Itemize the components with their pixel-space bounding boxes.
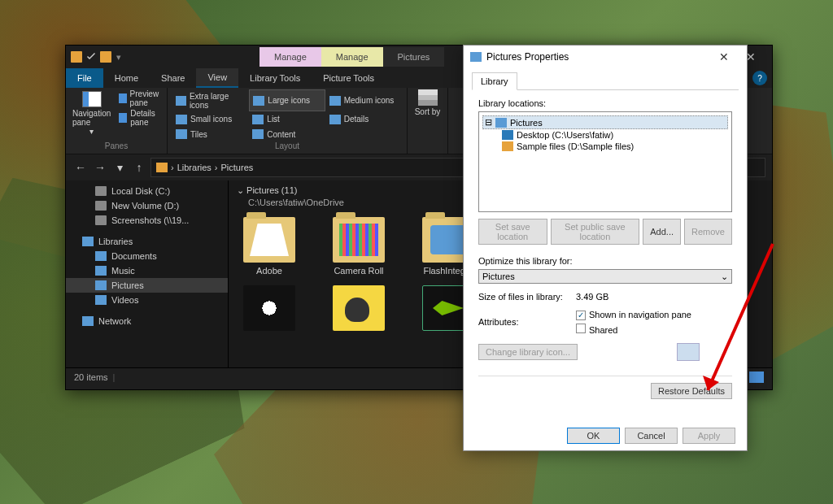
details-pane-icon: [119, 113, 127, 123]
add-location-button[interactable]: Add...: [643, 219, 681, 245]
layout-content[interactable]: Content: [249, 128, 325, 141]
contextual-tab-picture[interactable]: Manage: [321, 47, 383, 67]
set-save-location-button[interactable]: Set save location: [478, 219, 547, 245]
checkbox-label: Shown in navigation pane: [589, 310, 691, 319]
locations-label: Library locations:: [478, 98, 732, 108]
navigation-pane-label: Navigation pane: [72, 109, 111, 127]
dialog-close-button[interactable]: ✕: [708, 50, 740, 63]
folder-icon: [243, 217, 295, 263]
image-file[interactable]: [326, 285, 391, 334]
layout-details[interactable]: Details: [326, 112, 402, 126]
layout-tiles[interactable]: Tiles: [172, 128, 248, 141]
sidebar-item-libraries[interactable]: Libraries: [66, 234, 228, 249]
folder-icon: [333, 217, 385, 263]
view-mode-button[interactable]: [749, 371, 764, 383]
sidebar-label: Screenshots (\\19...: [111, 215, 189, 225]
tree-item-sample-files[interactable]: Sample files (D:\Sample files): [482, 141, 728, 152]
shown-in-nav-checkbox[interactable]: ✓Shown in navigation pane: [576, 310, 691, 320]
forward-button[interactable]: →: [92, 161, 108, 174]
dialog-titlebar[interactable]: Pictures Properties ✕: [464, 46, 747, 68]
change-library-icon-button[interactable]: Change library icon...: [478, 344, 578, 360]
tree-label: Desktop (C:\Users\fatiw): [517, 130, 613, 140]
layout-group-label: Layout: [172, 141, 402, 152]
menu-view[interactable]: View: [196, 68, 238, 88]
navigation-pane-button[interactable]: Navigation pane ▾: [71, 89, 112, 141]
layout-icon: [176, 96, 186, 106]
size-value: 3.49 GB: [576, 292, 608, 302]
history-dropdown[interactable]: ▾: [111, 161, 128, 174]
sidebar-item-pictures[interactable]: Pictures: [66, 278, 228, 293]
up-button[interactable]: ↑: [131, 161, 147, 174]
contextual-tabs: Manage Manage Pictures: [259, 47, 444, 67]
sidebar-label: Videos: [111, 295, 138, 305]
remove-location-button[interactable]: Remove: [684, 219, 732, 245]
disk-icon: [95, 201, 107, 211]
breadcrumb-pictures[interactable]: Pictures: [221, 163, 254, 172]
sidebar-label: Pictures: [111, 280, 144, 290]
file-label: Adobe: [256, 266, 282, 276]
set-public-save-location-button[interactable]: Set public save location: [551, 219, 640, 245]
sidebar-item-documents[interactable]: Documents: [66, 249, 228, 263]
chevron-right-icon[interactable]: ›: [215, 163, 218, 172]
locations-tree[interactable]: ⊟Pictures Desktop (C:\Users\fatiw) Sampl…: [478, 111, 732, 212]
details-pane-button[interactable]: Details pane: [119, 109, 163, 127]
layout-label: Tiles: [190, 130, 207, 139]
file-label: Camera Roll: [334, 266, 383, 276]
expand-icon[interactable]: ⊟: [485, 117, 492, 128]
videos-icon: [95, 295, 107, 305]
chevron-right-icon[interactable]: ›: [171, 163, 174, 172]
sidebar-item-screenshots[interactable]: Screenshots (\\19...: [66, 213, 228, 228]
restore-defaults-button[interactable]: Restore Defaults: [651, 383, 732, 399]
desktop-icon: [502, 130, 513, 140]
qat-dropdown-icon[interactable]: ▾: [116, 52, 121, 63]
back-button[interactable]: ←: [72, 161, 89, 174]
tree-item-desktop[interactable]: Desktop (C:\Users\fatiw): [482, 129, 728, 141]
pictures-library-icon: [495, 118, 507, 128]
layout-list[interactable]: List: [249, 112, 325, 126]
library-icon: [82, 237, 94, 246]
checkbox-icon: [576, 324, 586, 333]
breadcrumb-libraries[interactable]: Libraries: [177, 163, 212, 172]
ok-button[interactable]: OK: [567, 428, 620, 444]
menu-picture-tools[interactable]: Picture Tools: [312, 68, 386, 88]
tab-library[interactable]: Library: [472, 72, 517, 90]
layout-extra-large[interactable]: Extra large icons: [172, 89, 248, 111]
layout-medium[interactable]: Medium icons: [326, 89, 402, 111]
layout-large[interactable]: Large icons: [249, 89, 325, 111]
layout-icon: [329, 96, 341, 106]
sidebar-label: Libraries: [98, 237, 133, 246]
sidebar-item-network[interactable]: Network: [66, 314, 228, 328]
cancel-button[interactable]: Cancel: [625, 428, 678, 444]
sidebar-item-new-volume[interactable]: New Volume (D:): [66, 198, 228, 213]
layout-small[interactable]: Small icons: [172, 112, 248, 126]
size-label: Size of files in library:: [478, 292, 568, 302]
sort-icon: [418, 89, 438, 106]
chevron-down-icon: ▾: [89, 127, 94, 136]
preview-pane-button[interactable]: Preview pane: [119, 89, 163, 107]
folder-adobe[interactable]: Adobe: [237, 217, 302, 276]
navigation-pane-icon: [82, 91, 102, 107]
menu-file[interactable]: File: [66, 68, 103, 88]
sort-by-button[interactable]: Sort by: [415, 89, 441, 116]
layout-icon: [253, 96, 264, 106]
tree-item-pictures[interactable]: ⊟Pictures: [482, 115, 728, 129]
image-file[interactable]: [237, 285, 302, 334]
folder-camera-roll[interactable]: Camera Roll: [326, 217, 391, 276]
menu-home[interactable]: Home: [103, 68, 150, 88]
shared-checkbox[interactable]: Shared: [576, 324, 691, 335]
help-icon[interactable]: ?: [752, 71, 767, 85]
menu-share[interactable]: Share: [150, 68, 196, 88]
layout-label: Medium icons: [344, 96, 395, 105]
layout-label: Content: [267, 130, 295, 139]
library-icon-preview: [677, 343, 700, 361]
layout-icon: [329, 115, 341, 124]
sidebar-item-videos[interactable]: Videos: [66, 293, 228, 307]
contextual-tab-library[interactable]: Manage: [259, 47, 321, 67]
documents-icon: [95, 251, 107, 261]
optimize-select[interactable]: Pictures⌄: [478, 269, 732, 284]
apply-button[interactable]: Apply: [683, 428, 735, 444]
sidebar-item-music[interactable]: Music: [66, 263, 228, 278]
sidebar-item-local-disk[interactable]: Local Disk (C:): [66, 184, 228, 198]
details-pane-label: Details pane: [130, 109, 163, 127]
menu-library-tools[interactable]: Library Tools: [238, 68, 312, 88]
